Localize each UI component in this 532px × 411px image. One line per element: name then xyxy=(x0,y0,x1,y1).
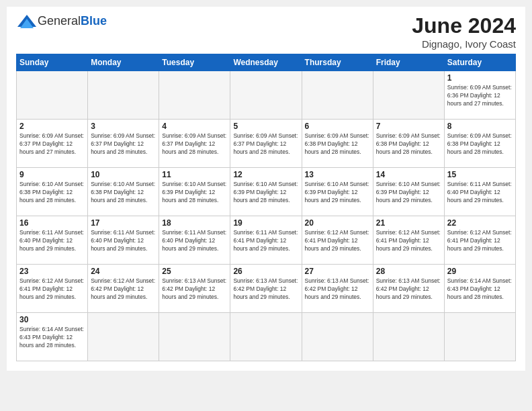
calendar-cell: 18Sunrise: 6:11 AM Sunset: 6:40 PM Dayli… xyxy=(159,216,230,265)
calendar-cell: 1Sunrise: 6:09 AM Sunset: 6:36 PM Daylig… xyxy=(444,71,515,120)
calendar-cell: 19Sunrise: 6:11 AM Sunset: 6:41 PM Dayli… xyxy=(230,216,302,265)
calendar-cell: 9Sunrise: 6:10 AM Sunset: 6:38 PM Daylig… xyxy=(17,168,88,216)
day-info: Sunrise: 6:11 AM Sunset: 6:40 PM Dayligh… xyxy=(91,229,156,253)
calendar-cell: 30Sunrise: 6:14 AM Sunset: 6:43 PM Dayli… xyxy=(17,313,88,361)
day-number: 9 xyxy=(19,170,85,179)
day-info: Sunrise: 6:11 AM Sunset: 6:40 PM Dayligh… xyxy=(447,181,513,205)
calendar-cell: 14Sunrise: 6:10 AM Sunset: 6:39 PM Dayli… xyxy=(373,168,444,216)
day-number: 28 xyxy=(376,267,441,276)
calendar-cell: 21Sunrise: 6:12 AM Sunset: 6:41 PM Dayli… xyxy=(373,216,444,265)
logo-text: GeneralBlue xyxy=(38,14,107,28)
day-info: Sunrise: 6:10 AM Sunset: 6:38 PM Dayligh… xyxy=(19,181,85,205)
day-info: Sunrise: 6:09 AM Sunset: 6:38 PM Dayligh… xyxy=(305,132,370,156)
calendar-week-6: 30Sunrise: 6:14 AM Sunset: 6:43 PM Dayli… xyxy=(17,313,516,361)
day-info: Sunrise: 6:12 AM Sunset: 6:41 PM Dayligh… xyxy=(305,229,370,253)
calendar-cell: 13Sunrise: 6:10 AM Sunset: 6:39 PM Dayli… xyxy=(302,168,373,216)
day-number: 15 xyxy=(447,170,513,179)
day-number: 14 xyxy=(376,170,441,179)
col-header-wednesday: Wednesday xyxy=(230,54,302,71)
calendar-cell: 10Sunrise: 6:10 AM Sunset: 6:38 PM Dayli… xyxy=(88,168,159,216)
col-header-sunday: Sunday xyxy=(17,54,88,71)
calendar-cell: 15Sunrise: 6:11 AM Sunset: 6:40 PM Dayli… xyxy=(444,168,515,216)
day-number: 18 xyxy=(162,218,227,228)
day-number: 27 xyxy=(305,267,370,276)
calendar-table: SundayMondayTuesdayWednesdayThursdayFrid… xyxy=(16,54,516,361)
day-info: Sunrise: 6:09 AM Sunset: 6:38 PM Dayligh… xyxy=(447,132,513,156)
calendar-cell xyxy=(230,71,302,120)
calendar-cell xyxy=(302,313,373,361)
calendar-cell: 27Sunrise: 6:13 AM Sunset: 6:42 PM Dayli… xyxy=(302,265,373,313)
calendar-cell: 12Sunrise: 6:10 AM Sunset: 6:39 PM Dayli… xyxy=(230,168,302,216)
calendar-cell: 8Sunrise: 6:09 AM Sunset: 6:38 PM Daylig… xyxy=(444,120,515,168)
day-number: 25 xyxy=(162,267,227,276)
day-info: Sunrise: 6:09 AM Sunset: 6:37 PM Dayligh… xyxy=(233,132,298,156)
calendar-cell xyxy=(373,313,444,361)
calendar-cell: 5Sunrise: 6:09 AM Sunset: 6:37 PM Daylig… xyxy=(230,120,302,168)
day-info: Sunrise: 6:12 AM Sunset: 6:42 PM Dayligh… xyxy=(91,277,156,302)
day-info: Sunrise: 6:10 AM Sunset: 6:39 PM Dayligh… xyxy=(233,181,298,205)
calendar-cell: 16Sunrise: 6:11 AM Sunset: 6:40 PM Dayli… xyxy=(17,216,88,265)
calendar-week-4: 16Sunrise: 6:11 AM Sunset: 6:40 PM Dayli… xyxy=(17,216,516,265)
calendar-title: June 2024 xyxy=(412,13,516,38)
day-number: 2 xyxy=(19,122,85,131)
col-header-thursday: Thursday xyxy=(302,54,373,71)
day-number: 23 xyxy=(19,267,85,276)
calendar-cell xyxy=(302,71,373,120)
calendar-cell xyxy=(159,313,230,361)
day-number: 21 xyxy=(376,218,441,228)
day-number: 13 xyxy=(305,170,370,179)
day-info: Sunrise: 6:09 AM Sunset: 6:37 PM Dayligh… xyxy=(91,132,156,156)
day-number: 16 xyxy=(19,218,85,228)
day-info: Sunrise: 6:10 AM Sunset: 6:39 PM Dayligh… xyxy=(376,181,441,205)
calendar-cell xyxy=(88,313,159,361)
calendar-header-row: SundayMondayTuesdayWednesdayThursdayFrid… xyxy=(17,54,516,71)
calendar-cell: 23Sunrise: 6:12 AM Sunset: 6:41 PM Dayli… xyxy=(17,265,88,313)
day-number: 4 xyxy=(162,122,227,131)
calendar-cell: 29Sunrise: 6:14 AM Sunset: 6:43 PM Dayli… xyxy=(444,265,515,313)
day-info: Sunrise: 6:12 AM Sunset: 6:41 PM Dayligh… xyxy=(19,277,85,302)
day-number: 29 xyxy=(447,267,513,276)
day-number: 1 xyxy=(447,73,513,83)
day-number: 22 xyxy=(447,218,513,228)
day-number: 11 xyxy=(162,170,227,179)
day-info: Sunrise: 6:09 AM Sunset: 6:37 PM Dayligh… xyxy=(162,132,227,156)
day-info: Sunrise: 6:09 AM Sunset: 6:38 PM Dayligh… xyxy=(376,132,441,156)
title-block: June 2024 Dignago, Ivory Coast xyxy=(412,13,516,50)
day-number: 12 xyxy=(233,170,298,179)
day-info: Sunrise: 6:10 AM Sunset: 6:38 PM Dayligh… xyxy=(91,181,156,205)
calendar-cell: 3Sunrise: 6:09 AM Sunset: 6:37 PM Daylig… xyxy=(88,120,159,168)
calendar-cell: 20Sunrise: 6:12 AM Sunset: 6:41 PM Dayli… xyxy=(302,216,373,265)
calendar-cell xyxy=(17,71,88,120)
day-number: 30 xyxy=(19,315,85,324)
day-number: 3 xyxy=(91,122,156,131)
calendar-week-1: 1Sunrise: 6:09 AM Sunset: 6:36 PM Daylig… xyxy=(17,71,516,120)
col-header-friday: Friday xyxy=(373,54,444,71)
calendar-cell xyxy=(159,71,230,120)
col-header-tuesday: Tuesday xyxy=(159,54,230,71)
day-number: 7 xyxy=(376,122,441,131)
calendar-location: Dignago, Ivory Coast xyxy=(412,38,516,50)
day-number: 10 xyxy=(91,170,156,179)
calendar-cell: 24Sunrise: 6:12 AM Sunset: 6:42 PM Dayli… xyxy=(88,265,159,313)
day-info: Sunrise: 6:10 AM Sunset: 6:39 PM Dayligh… xyxy=(305,181,370,205)
calendar-cell: 28Sunrise: 6:13 AM Sunset: 6:42 PM Dayli… xyxy=(373,265,444,313)
day-number: 26 xyxy=(233,267,298,276)
day-number: 24 xyxy=(91,267,156,276)
day-info: Sunrise: 6:11 AM Sunset: 6:40 PM Dayligh… xyxy=(19,229,85,253)
calendar-cell: 6Sunrise: 6:09 AM Sunset: 6:38 PM Daylig… xyxy=(302,120,373,168)
logo-icon xyxy=(16,13,35,28)
calendar-week-5: 23Sunrise: 6:12 AM Sunset: 6:41 PM Dayli… xyxy=(17,265,516,313)
day-info: Sunrise: 6:13 AM Sunset: 6:42 PM Dayligh… xyxy=(162,277,227,302)
day-number: 6 xyxy=(305,122,370,131)
logo: GeneralBlue xyxy=(16,13,107,28)
calendar-cell xyxy=(88,71,159,120)
calendar-week-3: 9Sunrise: 6:10 AM Sunset: 6:38 PM Daylig… xyxy=(17,168,516,216)
calendar-cell: 7Sunrise: 6:09 AM Sunset: 6:38 PM Daylig… xyxy=(373,120,444,168)
day-info: Sunrise: 6:10 AM Sunset: 6:39 PM Dayligh… xyxy=(162,181,227,205)
day-info: Sunrise: 6:14 AM Sunset: 6:43 PM Dayligh… xyxy=(19,326,85,350)
day-info: Sunrise: 6:13 AM Sunset: 6:42 PM Dayligh… xyxy=(233,277,298,302)
header: GeneralBlue June 2024 Dignago, Ivory Coa… xyxy=(16,13,516,50)
calendar-cell xyxy=(230,313,302,361)
day-number: 19 xyxy=(233,218,298,228)
day-number: 17 xyxy=(91,218,156,228)
